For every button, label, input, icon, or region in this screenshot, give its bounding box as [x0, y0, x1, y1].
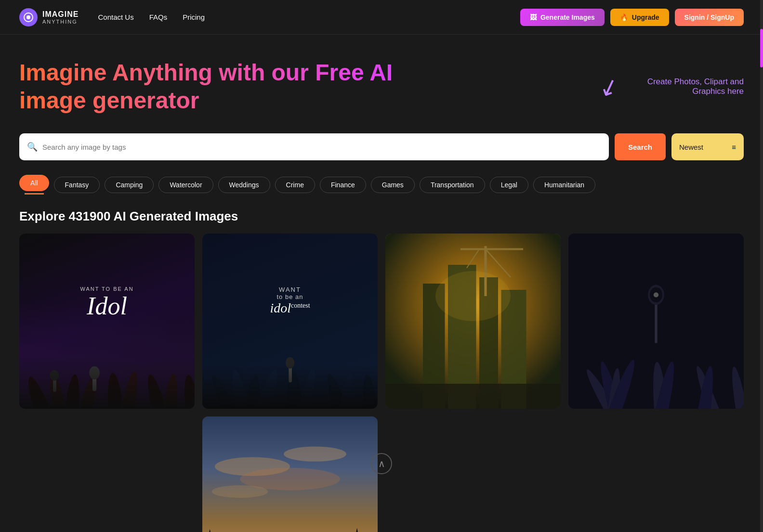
category-button-weddings[interactable]: Weddings	[218, 177, 270, 193]
logo[interactable]: IMAGINE ANYTHING	[19, 8, 79, 26]
hero-cta-text: Create Photos, Clipart and Graphics here	[626, 77, 744, 96]
idol-name-text: Idol	[80, 292, 133, 320]
category-button-watercolor[interactable]: Watercolor	[158, 177, 213, 193]
scroll-indicator	[760, 0, 763, 532]
image-card-construction[interactable]	[385, 234, 561, 409]
idol-text: WANT TO BE AN Idol	[80, 286, 133, 320]
category-button-camping[interactable]: Camping	[105, 177, 154, 193]
image-grid-row2	[19, 416, 744, 532]
svg-rect-35	[385, 384, 561, 409]
category-button-games[interactable]: Games	[371, 177, 415, 193]
search-input[interactable]	[42, 143, 601, 151]
sort-dropdown[interactable]: Newest ≡	[671, 133, 744, 160]
nav-faqs[interactable]: FAQs	[149, 13, 168, 21]
explore-section: Explore 431900 AI Generated Images WANT …	[0, 204, 763, 532]
search-icon: 🔍	[27, 142, 38, 152]
main-nav: Contact Us FAQs Pricing	[98, 13, 205, 21]
svg-point-51	[654, 292, 658, 297]
construction-svg	[385, 234, 561, 409]
image-card-sky[interactable]	[202, 416, 378, 532]
idol-want-text: WANT TO BE AN	[80, 286, 133, 292]
sort-icon: ≡	[732, 143, 736, 151]
generate-images-button[interactable]: 🖼 Generate Images	[520, 9, 605, 26]
image-card-contest[interactable]: WANT to be an idolcontest	[202, 234, 378, 409]
explore-title: Explore 431900 AI Generated Images	[19, 209, 744, 224]
image-contest: WANT to be an idolcontest	[202, 234, 378, 409]
image-construction	[385, 234, 561, 409]
svg-point-56	[212, 485, 268, 498]
logo-icon	[19, 8, 38, 26]
nav-pricing[interactable]: Pricing	[183, 13, 205, 21]
hands-dark-svg	[568, 234, 744, 409]
svg-rect-48	[655, 299, 657, 343]
nav-contact[interactable]: Contact Us	[98, 13, 133, 21]
image-slot-2	[385, 416, 561, 532]
image-sky	[202, 416, 378, 532]
image-card-hands-dark[interactable]	[568, 234, 744, 409]
category-button-crime[interactable]: Crime	[275, 177, 315, 193]
logo-text: IMAGINE ANYTHING	[42, 10, 79, 25]
image-slot-1	[19, 416, 195, 532]
header: IMAGINE ANYTHING Contact Us FAQs Pricing…	[0, 0, 763, 35]
categories-bar: AllFantasyCampingWatercolorWeddingsCrime…	[0, 170, 763, 204]
search-box: 🔍	[19, 133, 609, 160]
image-card-idol[interactable]: WANT TO BE AN Idol	[19, 234, 195, 409]
scroll-top-button[interactable]: ∧	[371, 453, 392, 474]
arrow-icon: ↙	[595, 70, 623, 102]
category-button-all[interactable]: All	[19, 175, 49, 191]
upgrade-icon: 🔥	[620, 13, 628, 21]
svg-point-36	[435, 271, 511, 321]
sky-svg	[202, 416, 378, 532]
image-idol: WANT TO BE AN Idol	[19, 234, 195, 409]
image-hands-dark	[568, 234, 744, 409]
category-button-fantasy[interactable]: Fantasy	[54, 177, 100, 193]
svg-point-1	[26, 15, 30, 19]
search-button[interactable]: Search	[615, 133, 666, 160]
signin-button[interactable]: Signin / SignUp	[675, 9, 744, 26]
generate-icon: 🖼	[530, 13, 537, 21]
category-button-humanitarian[interactable]: Humanitarian	[533, 177, 595, 193]
category-button-legal[interactable]: Legal	[490, 177, 528, 193]
contest-text: WANT to be an idolcontest	[270, 286, 310, 316]
hero-cta: ↙ Create Photos, Clipart and Graphics he…	[599, 73, 744, 100]
image-slot-3	[568, 416, 744, 532]
header-actions: 🖼 Generate Images 🔥 Upgrade Signin / Sig…	[520, 9, 744, 26]
category-button-transportation[interactable]: Transportation	[420, 177, 485, 193]
search-area: 🔍 Search Newest ≡	[0, 129, 763, 170]
image-grid-row1: WANT TO BE AN Idol	[19, 234, 744, 409]
hero-section: Imagine Anything with our Free AI image …	[0, 35, 763, 129]
sort-label: Newest	[679, 143, 703, 151]
hero-title: Imagine Anything with our Free AI image …	[19, 59, 395, 114]
svg-point-54	[284, 447, 346, 462]
upgrade-button[interactable]: 🔥 Upgrade	[610, 9, 669, 26]
category-button-finance[interactable]: Finance	[320, 177, 366, 193]
